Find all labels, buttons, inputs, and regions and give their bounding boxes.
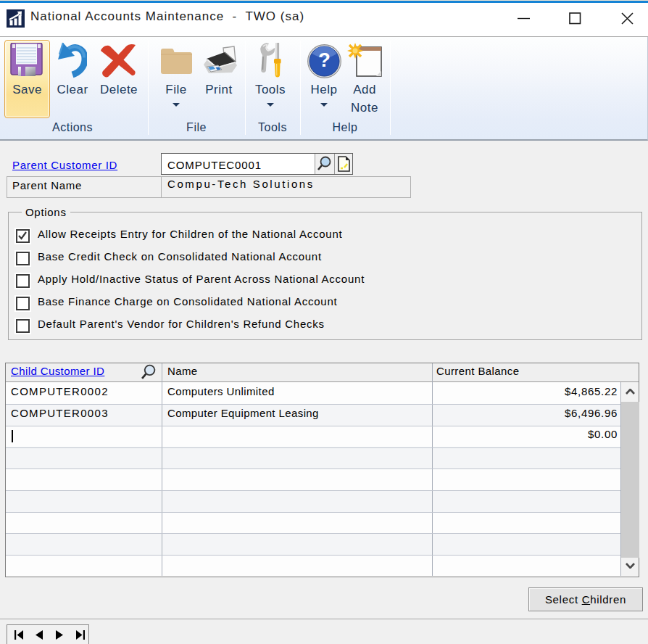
svg-text:?: ? <box>318 49 331 71</box>
